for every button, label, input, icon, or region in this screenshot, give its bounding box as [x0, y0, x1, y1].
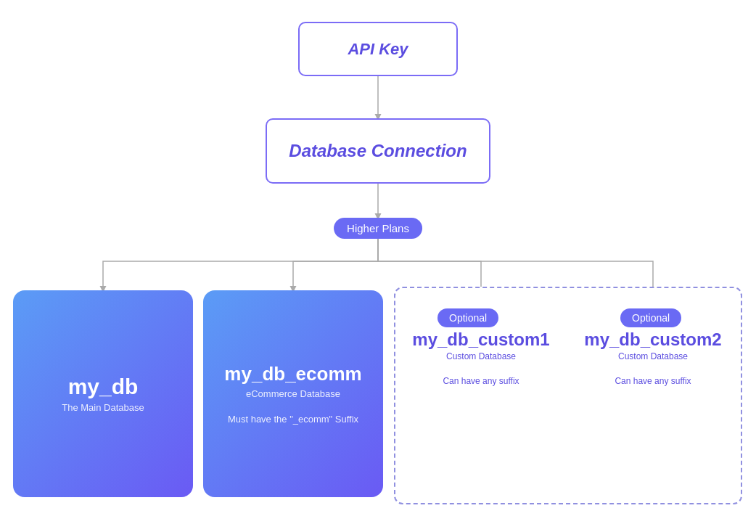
my-db-ecomm-desc: Must have the "_ecomm" Suffix	[228, 414, 358, 425]
db-connection-node: Database Connection	[266, 118, 490, 184]
optional-label-1: Optional	[437, 308, 498, 327]
my-db-custom2-desc: Can have any suffix	[615, 376, 691, 386]
my-db-custom2-subtitle: Custom Database	[618, 351, 688, 361]
card-my-db: my_db The Main Database	[13, 290, 193, 497]
db-connection-label: Database Connection	[289, 141, 467, 161]
card-my-db-custom1: my_db_custom1 Custom Database Can have a…	[405, 312, 557, 494]
card-my-db-ecomm: my_db_ecomm eCommerce Database Must have…	[203, 290, 383, 497]
my-db-subtitle: The Main Database	[62, 402, 144, 413]
my-db-ecomm-title: my_db_ecomm	[224, 363, 361, 385]
optional-badge-1: Optional	[437, 308, 498, 327]
my-db-custom2-title: my_db_custom2	[584, 330, 721, 350]
higher-plans-badge: Higher Plans	[334, 218, 422, 239]
higher-plans-label: Higher Plans	[347, 222, 409, 234]
my-db-ecomm-subtitle: eCommerce Database	[246, 388, 340, 399]
optional-badge-2: Optional	[620, 308, 681, 327]
diagram-container: API Key Database Connection Higher Plans…	[0, 0, 756, 532]
my-db-custom1-subtitle: Custom Database	[446, 351, 516, 361]
my-db-title: my_db	[68, 375, 139, 399]
api-key-node: API Key	[298, 22, 458, 76]
card-my-db-custom2: my_db_custom2 Custom Database Can have a…	[573, 312, 733, 494]
my-db-custom1-title: my_db_custom1	[412, 330, 549, 350]
optional-label-2: Optional	[620, 308, 681, 327]
api-key-label: API Key	[348, 40, 408, 59]
my-db-custom1-desc: Can have any suffix	[443, 376, 519, 386]
